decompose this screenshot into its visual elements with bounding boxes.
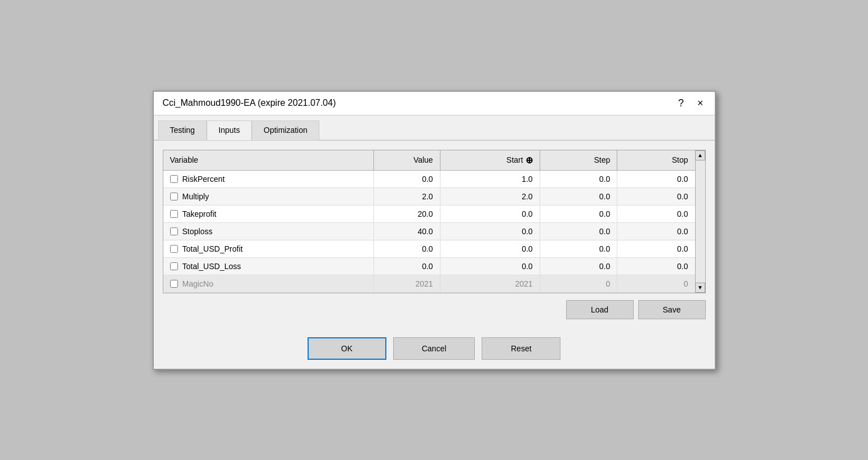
table-row: Stoploss40.00.00.00.0 <box>163 222 695 240</box>
step-cell[interactable]: 0.0 <box>540 205 617 222</box>
inputs-table-container: Variable Value Start ⊕ <box>163 150 706 293</box>
row-checkbox[interactable] <box>170 175 178 183</box>
value-cell: 0.0 <box>373 170 440 187</box>
row-checkbox[interactable] <box>170 210 178 218</box>
value-cell: 20.0 <box>373 205 440 222</box>
stop-cell[interactable]: 0.0 <box>617 170 695 187</box>
row-checkbox[interactable] <box>170 280 178 288</box>
vertical-scrollbar[interactable]: ▲ ▼ <box>695 150 705 293</box>
stop-cell[interactable]: 0.0 <box>617 205 695 222</box>
table-row: Total_USD_Profit0.00.00.00.0 <box>163 240 695 257</box>
tab-testing[interactable]: Testing <box>158 120 207 140</box>
close-button[interactable]: × <box>695 97 706 109</box>
load-button[interactable]: Load <box>566 300 634 319</box>
action-bar: Load Save <box>163 300 706 319</box>
variable-cell: MagicNo <box>163 275 374 292</box>
ok-button[interactable]: OK <box>308 337 386 360</box>
dialog-window: Cci_Mahmoud1990-EA (expire 2021.07.04) ?… <box>153 91 716 370</box>
step-cell[interactable]: 0.0 <box>540 222 617 240</box>
stop-cell[interactable]: 0 <box>617 275 695 292</box>
step-cell[interactable]: 0.0 <box>540 240 617 257</box>
variable-name: Stoploss <box>182 227 213 236</box>
step-cell[interactable]: 0.0 <box>540 187 617 205</box>
inputs-table: Variable Value Start ⊕ <box>163 150 695 293</box>
title-bar: Cci_Mahmoud1990-EA (expire 2021.07.04) ?… <box>154 92 715 115</box>
stop-cell[interactable]: 0.0 <box>617 222 695 240</box>
col-header-value: Value <box>373 150 440 171</box>
help-button[interactable]: ? <box>676 97 686 109</box>
window-title: Cci_Mahmoud1990-EA (expire 2021.07.04) <box>163 98 336 108</box>
start-cell[interactable]: 2021 <box>440 275 540 292</box>
variable-cell: Takeprofit <box>163 205 374 222</box>
variable-cell: Stoploss <box>163 222 374 240</box>
row-checkbox[interactable] <box>170 245 178 253</box>
stop-cell[interactable]: 0.0 <box>617 257 695 275</box>
table-row: RiskPercent0.01.00.00.0 <box>163 170 695 187</box>
variable-cell: Total_USD_Loss <box>163 257 374 275</box>
variable-name: Total_USD_Loss <box>182 262 241 271</box>
variable-name: RiskPercent <box>182 175 225 184</box>
tab-bar: Testing Inputs Optimization <box>154 115 715 141</box>
start-cell[interactable]: 0.0 <box>440 222 540 240</box>
table-row: Total_USD_Loss0.00.00.00.0 <box>163 257 695 275</box>
tab-optimization[interactable]: Optimization <box>252 120 319 140</box>
start-cell[interactable]: 2.0 <box>440 187 540 205</box>
save-button[interactable]: Save <box>638 300 706 319</box>
value-cell: 2.0 <box>373 187 440 205</box>
stop-cell[interactable]: 0.0 <box>617 240 695 257</box>
variable-name: MagicNo <box>182 279 213 288</box>
variable-cell: Multiply <box>163 187 374 205</box>
tab-inputs[interactable]: Inputs <box>207 120 252 140</box>
table-row: Takeprofit20.00.00.00.0 <box>163 205 695 222</box>
reset-button[interactable]: Reset <box>482 337 560 360</box>
step-cell[interactable]: 0.0 <box>540 170 617 187</box>
start-cell[interactable]: 0.0 <box>440 257 540 275</box>
scroll-up-button[interactable]: ▲ <box>695 150 705 160</box>
variable-name: Total_USD_Profit <box>182 244 243 253</box>
title-buttons: ? × <box>676 97 706 109</box>
col-header-variable: Variable <box>163 150 374 171</box>
table-scroll-area: Variable Value Start ⊕ <box>163 150 695 293</box>
row-checkbox[interactable] <box>170 193 178 200</box>
col-header-start[interactable]: Start ⊕ <box>440 150 540 171</box>
value-cell: 0.0 <box>373 257 440 275</box>
start-cell[interactable]: 1.0 <box>440 170 540 187</box>
col-header-step: Step <box>540 150 617 171</box>
table-row: MagicNo2021202100 <box>163 275 695 292</box>
value-cell: 0.0 <box>373 240 440 257</box>
start-cell[interactable]: 0.0 <box>440 205 540 222</box>
scroll-track[interactable] <box>696 160 705 283</box>
value-cell: 40.0 <box>373 222 440 240</box>
row-checkbox[interactable] <box>170 227 178 235</box>
stop-cell[interactable]: 0.0 <box>617 187 695 205</box>
variable-cell: Total_USD_Profit <box>163 240 374 257</box>
start-cell[interactable]: 0.0 <box>440 240 540 257</box>
footer-bar: OK Cancel Reset <box>154 328 715 369</box>
row-checkbox[interactable] <box>170 262 178 270</box>
value-cell: 2021 <box>373 275 440 292</box>
variable-cell: RiskPercent <box>163 170 374 187</box>
col-header-stop: Stop <box>617 150 695 171</box>
cancel-button[interactable]: Cancel <box>393 337 475 360</box>
content-area: Variable Value Start ⊕ <box>154 141 715 328</box>
scroll-down-button[interactable]: ▼ <box>695 283 705 293</box>
variable-name: Takeprofit <box>182 209 217 218</box>
step-cell[interactable]: 0.0 <box>540 257 617 275</box>
table-row: Multiply2.02.00.00.0 <box>163 187 695 205</box>
resize-handle-icon[interactable]: ⊕ <box>526 155 533 166</box>
step-cell[interactable]: 0 <box>540 275 617 292</box>
variable-name: Multiply <box>182 192 209 201</box>
